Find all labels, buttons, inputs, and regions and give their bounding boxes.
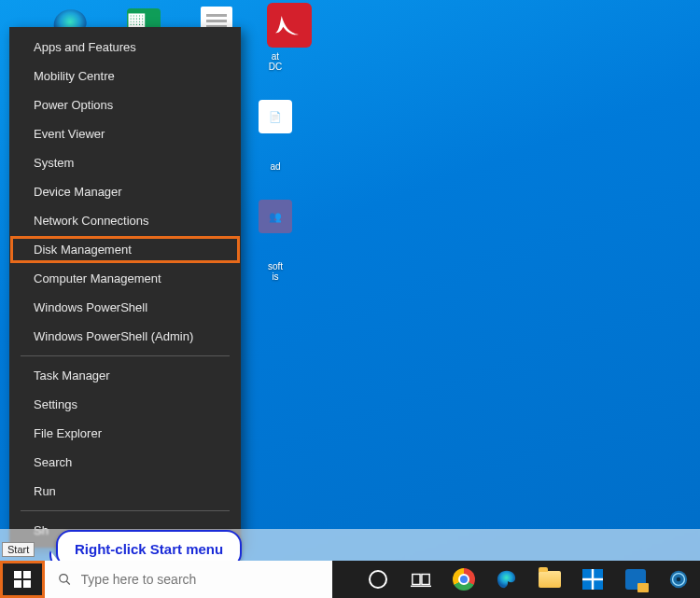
winx-item-system[interactable]: System — [9, 148, 241, 177]
desktop-item[interactable]: 📄 — [252, 100, 299, 133]
taskbar-app-groove[interactable] — [657, 561, 700, 598]
cortana-icon — [369, 570, 387, 589]
svg-rect-2 — [14, 580, 21, 588]
taskbar-pinned-apps — [357, 561, 700, 598]
winx-item-task-manager[interactable]: Task Manager — [9, 361, 241, 390]
task-view-icon — [411, 569, 431, 590]
svg-line-5 — [66, 581, 70, 585]
winx-item-apps-and-features[interactable]: Apps and Features — [9, 33, 241, 62]
desktop-item[interactable]: atDC — [252, 51, 299, 72]
svg-rect-11 — [582, 580, 592, 590]
winx-item-settings[interactable]: Settings — [9, 390, 241, 419]
winx-item-run[interactable]: Run — [9, 477, 241, 506]
winx-item-device-manager[interactable]: Device Manager — [9, 177, 241, 206]
cortana-button[interactable] — [357, 561, 399, 598]
winx-item-event-viewer[interactable]: Event Viewer — [9, 119, 241, 148]
teams-icon: 👥 — [259, 200, 292, 233]
svg-point-15 — [677, 577, 681, 582]
svg-point-4 — [60, 575, 68, 583]
winx-item-computer-management[interactable]: Computer Management — [9, 264, 241, 293]
desktop-item[interactable]: 👥 — [252, 200, 299, 233]
svg-rect-3 — [23, 580, 31, 588]
start-button[interactable] — [0, 561, 45, 598]
menu-separator — [21, 510, 230, 511]
taskbar-app-outlook[interactable] — [614, 561, 657, 598]
search-input[interactable] — [81, 572, 319, 587]
svg-rect-7 — [422, 575, 429, 585]
chrome-icon — [453, 568, 475, 591]
taskbar-app-chrome[interactable] — [442, 561, 485, 598]
disc-icon — [668, 569, 689, 590]
desktop-item[interactable]: ad — [252, 161, 299, 172]
winx-item-windows-powershell-admin[interactable]: Windows PowerShell (Admin) — [9, 322, 241, 351]
winx-item-mobility-centre[interactable]: Mobility Centre — [9, 62, 241, 90]
generic-file-icon: 📄 — [259, 100, 292, 133]
winx-item-power-options[interactable]: Power Options — [9, 90, 241, 119]
winx-item-disk-management[interactable]: Disk Management — [9, 235, 241, 264]
winx-item-network-connections[interactable]: Network Connections — [9, 206, 241, 235]
taskbar — [0, 561, 700, 598]
svg-rect-12 — [594, 580, 603, 590]
desktop-icons-column: atDC 📄 ad 👥 softis — [252, 51, 299, 282]
start-button-tooltip: Start — [2, 542, 35, 557]
taskbar-app-edge[interactable] — [485, 561, 528, 598]
svg-rect-0 — [14, 571, 21, 578]
svg-rect-6 — [413, 575, 420, 585]
desktop-icon-acrobat[interactable] — [267, 3, 312, 48]
menu-separator — [21, 355, 230, 356]
winx-item-search[interactable]: Search — [9, 448, 241, 477]
desktop-item[interactable]: softis — [252, 261, 299, 282]
winx-item-windows-powershell[interactable]: Windows PowerShell — [9, 293, 241, 322]
windows-logo-icon — [14, 571, 31, 588]
task-view-button[interactable] — [399, 561, 442, 598]
taskbar-app-file-explorer[interactable] — [528, 561, 571, 598]
winx-item-file-explorer[interactable]: File Explorer — [9, 419, 241, 448]
svg-rect-1 — [23, 571, 31, 578]
taskbar-app-store[interactable] — [571, 561, 614, 598]
store-icon — [582, 569, 603, 590]
taskbar-search[interactable] — [45, 561, 332, 598]
winx-context-menu: Apps and Features Mobility Centre Power … — [9, 27, 241, 548]
svg-rect-10 — [594, 569, 603, 578]
svg-rect-9 — [582, 569, 592, 578]
folder-icon — [539, 571, 561, 588]
search-icon — [58, 572, 72, 587]
outlook-icon — [625, 569, 646, 590]
edge-icon — [497, 569, 517, 590]
